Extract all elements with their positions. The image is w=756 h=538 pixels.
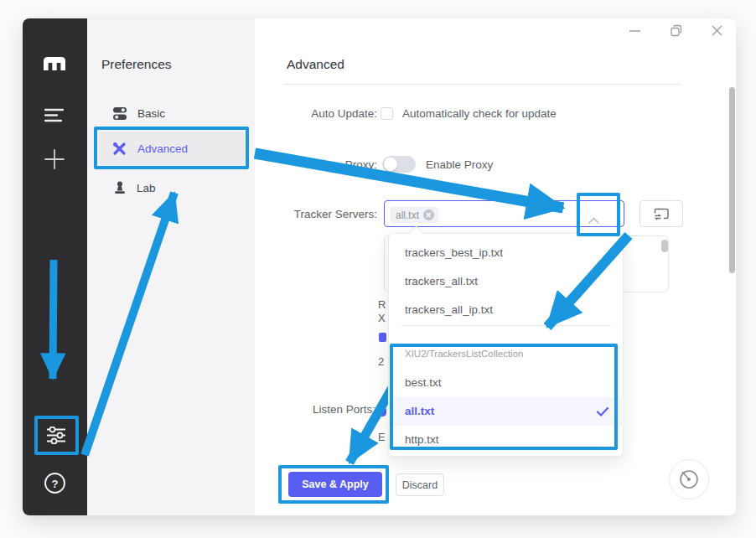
tracker-servers-select[interactable]: all.txt (384, 200, 624, 227)
svg-text:?: ? (52, 478, 59, 490)
dropdown-item[interactable]: best.txt (388, 369, 624, 397)
help-icon[interactable]: ? (44, 472, 66, 498)
sidebar-item-label: Lab (137, 182, 156, 194)
obscured-text-fragment: X (378, 312, 386, 324)
advanced-tools-icon (112, 142, 127, 156)
selected-option-label: all.txt (405, 405, 434, 417)
tracker-servers-label: Tracker Servers: (277, 208, 377, 220)
sidebar-item-basic[interactable]: Basic (112, 106, 165, 121)
toggle-knob (384, 158, 397, 171)
chevron-up-icon[interactable] (588, 212, 599, 227)
sync-trackers-button[interactable] (639, 200, 683, 227)
add-task-icon[interactable] (44, 149, 65, 173)
sidebar-item-advanced[interactable]: Advanced (112, 142, 188, 156)
dropdown-divider (401, 325, 611, 326)
proxy-toggle-label[interactable]: Enable Proxy (426, 158, 493, 171)
auto-update-checkbox-label[interactable]: Automatically check for update (402, 107, 557, 120)
close-button[interactable] (707, 21, 726, 39)
preferences-title: Preferences (101, 57, 172, 72)
dropdown-item[interactable]: trackers_best_ip.txt (388, 239, 624, 267)
sidebar-item-lab[interactable]: Lab (113, 181, 156, 195)
obscured-text-fragment: R (378, 298, 386, 311)
auto-update-checkbox[interactable] (381, 107, 393, 120)
page-title: Advanced (287, 57, 344, 72)
obscured-checkbox-fragment (379, 333, 386, 342)
task-list-icon[interactable] (44, 108, 64, 126)
proxy-toggle[interactable] (382, 156, 416, 173)
discard-button[interactable]: Discard (396, 473, 444, 496)
dropdown-item-selected[interactable]: all.txt (388, 397, 624, 426)
sidebar-item-label: Basic (137, 107, 165, 120)
lab-stamp-icon (113, 181, 127, 195)
tag-label: all.txt (396, 210, 419, 221)
title-divider (284, 84, 681, 85)
restore-button[interactable] (666, 21, 685, 39)
gauge-icon (677, 468, 701, 491)
dropdown-item[interactable]: trackers_all.txt (388, 267, 624, 296)
dropdown-item[interactable]: http.txt (388, 426, 624, 454)
obscured-text-fragment: 2 (378, 355, 384, 368)
sidebar-item-label: Advanced (137, 142, 188, 155)
motrix-logo-icon (42, 55, 67, 75)
selected-tag: all.txt (390, 207, 438, 223)
preferences-nav-panel (87, 18, 255, 515)
save-apply-button[interactable]: Save & Apply (288, 472, 382, 497)
screen: ? Preferences Basic Advanced Lab (0, 0, 756, 538)
dropdown-item[interactable]: trackers_all_ip.txt (388, 296, 624, 324)
obscured-control-fragment (379, 406, 386, 416)
textarea-scrollbar[interactable] (661, 240, 668, 252)
minimize-button[interactable] (625, 21, 644, 39)
dropdown-group-title: XIU2/TrackersListCollection (388, 349, 624, 359)
sync-icon (654, 207, 670, 220)
tag-remove-icon[interactable] (423, 210, 434, 220)
check-icon (597, 407, 608, 416)
listen-ports-label: Listen Ports: (275, 403, 375, 416)
main-scrollbar[interactable] (729, 87, 735, 273)
preferences-sliders-icon[interactable] (47, 427, 66, 447)
obscured-text-fragment: E (378, 431, 386, 443)
auto-update-label: Auto Update: (277, 107, 377, 120)
speed-limit-button[interactable] (669, 459, 709, 499)
proxy-label: Proxy: (277, 158, 377, 171)
basic-toggles-icon (112, 106, 127, 121)
